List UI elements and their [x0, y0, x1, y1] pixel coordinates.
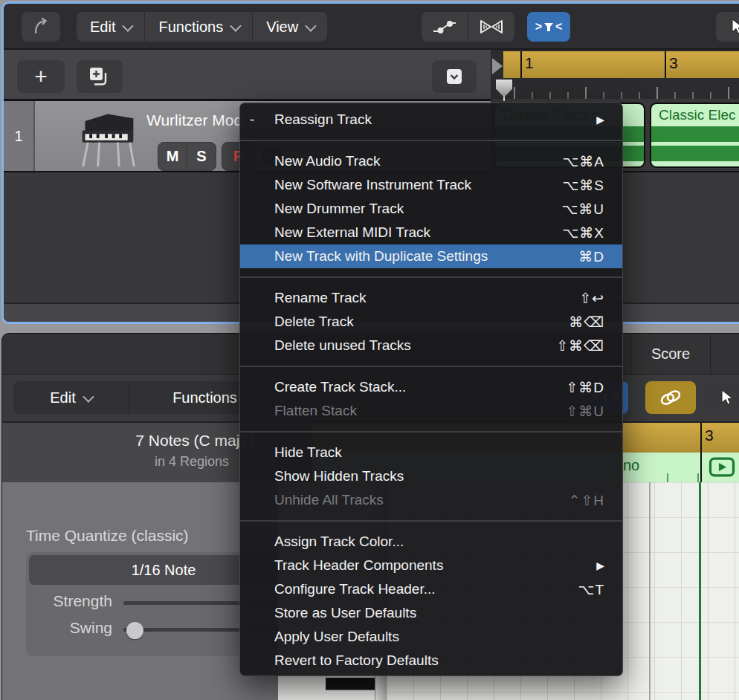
menu-item-assign-track-color[interactable]: Assign Track Color...: [240, 530, 622, 554]
menu-item-shortcut: ⇧↩: [579, 290, 604, 307]
menu-item-shortcut: ⌥T: [578, 581, 604, 598]
black-key[interactable]: [326, 678, 382, 690]
pointer-tool-button[interactable]: [716, 12, 739, 42]
chevron-down-icon: [123, 20, 135, 32]
duplicate-track-button[interactable]: [77, 60, 123, 93]
logic-pro-screen: Edit Functions View: [0, 0, 739, 700]
functions-menu-label: Functions: [158, 19, 223, 36]
region-play-icon[interactable]: [709, 457, 735, 477]
menu-separator: [240, 276, 622, 278]
flex-icon: [479, 19, 504, 35]
solo-button[interactable]: S: [187, 143, 216, 170]
tick-ruler: [503, 78, 739, 99]
track-header-config-button[interactable]: [432, 60, 477, 93]
edit-menu[interactable]: Edit: [77, 12, 145, 42]
menu-item-label: Assign Track Color...: [274, 534, 604, 550]
chevron-down-icon: [230, 20, 242, 32]
menu-item-label: Reassign Track: [274, 111, 587, 128]
swing-slider-handle[interactable]: [126, 622, 143, 639]
menu-item-shortcut: ⇧⌘D: [566, 379, 604, 396]
menu-item-shortcut: ⌥⌘U: [561, 201, 604, 218]
menu-item-store-as-user-defaults[interactable]: Store as User Defaults: [240, 601, 622, 625]
menu-item-label: Hide Track: [274, 444, 604, 461]
menu-item-delete-unused-tracks[interactable]: Delete unused Tracks⇧⌘⌫: [240, 334, 622, 357]
view-menu[interactable]: View: [253, 12, 327, 42]
menu-separator: [240, 366, 622, 367]
menu-item-create-track-stack[interactable]: Create Track Stack...⇧⌘D: [240, 375, 622, 399]
menu-item-track-header-components[interactable]: Track Header Components▶: [240, 554, 622, 577]
editor-edit-menu[interactable]: Edit: [13, 381, 129, 414]
menu-item-shortcut: ⌥⌘A: [562, 153, 604, 170]
menu-item-label: Rename Track: [274, 290, 579, 306]
bar-number: 3: [705, 427, 714, 444]
pointer-tool-icon: [720, 389, 735, 406]
menu-separator: [240, 520, 622, 522]
menu-item-show-hidden-tracks[interactable]: Show Hidden Tracks: [240, 464, 622, 488]
menu-item-shortcut: ⇧⌘U: [566, 403, 604, 420]
region-tick: [697, 473, 699, 482]
midi-region[interactable]: Classic Elec: [650, 103, 739, 168]
tracks-toolbar: Edit Functions View: [4, 4, 739, 50]
editor-edit-label: Edit: [50, 389, 75, 406]
menu-item-label: Create Track Stack...: [274, 379, 566, 395]
menu-item-rename-track[interactable]: Rename Track⇧↩: [240, 286, 622, 310]
duplicate-track-icon: [88, 66, 111, 87]
wurlitzer-instrument-image: [72, 107, 143, 168]
functions-menu[interactable]: Functions: [145, 12, 253, 42]
menu-item-label: Apply User Defaults: [274, 629, 604, 645]
track-name: Wurlitzer Mod: [146, 111, 242, 129]
automation-button[interactable]: [422, 12, 468, 42]
menu-item-flatten-stack: Flatten Stack⇧⌘U: [240, 399, 622, 423]
menu-item-hide-track[interactable]: Hide Track: [240, 441, 622, 464]
menu-item-revert-to-factory-defaults[interactable]: Revert to Factory Defaults: [240, 649, 622, 673]
menu-item-new-external-midi-track[interactable]: New External MIDI Track⌥⌘X: [240, 221, 622, 244]
tab-score[interactable]: Score: [630, 334, 711, 374]
menu-item-apply-user-defaults[interactable]: Apply User Defaults: [240, 625, 622, 649]
menu-item-label: Delete unused Tracks: [274, 337, 556, 354]
menu-item-reassign-track[interactable]: -Reassign Track▶: [240, 108, 622, 132]
global-tracks-disclosure-icon[interactable]: [492, 58, 503, 74]
menu-item-shortcut: ⇧⌘⌫: [556, 337, 604, 354]
menu-item-prefix: -: [250, 111, 274, 128]
menu-item-new-track-with-duplicate-settings[interactable]: New Track with Duplicate Settings⌘D: [240, 244, 622, 268]
key-separator: [326, 690, 375, 690]
menu-item-label: Configure Track Header...: [274, 581, 578, 597]
tool-icon-group: [422, 12, 514, 42]
timeline-ruler[interactable]: 1 3: [491, 50, 739, 99]
catch-playhead-button[interactable]: > <: [527, 12, 570, 42]
swing-label: Swing: [2, 619, 112, 637]
editor-pointer-tool-button[interactable]: [703, 381, 739, 414]
region-boundary: [700, 453, 702, 482]
menu-item-new-audio-track[interactable]: New Audio Track⌥⌘A: [240, 149, 622, 173]
pointer-tool-icon: [730, 19, 739, 35]
automation-icon: [433, 20, 456, 33]
menu-item-label: Revert to Factory Defaults: [274, 652, 604, 669]
back-button[interactable]: [22, 12, 60, 42]
menu-separator: [240, 140, 622, 141]
menu-item-label: Delete Track: [274, 314, 569, 330]
menu-item-new-software-instrument-track[interactable]: New Software Instrument Track⌥⌘S: [240, 173, 622, 197]
menu-item-shortcut: ⌘⌫: [569, 314, 604, 331]
link-button[interactable]: [645, 381, 696, 414]
track-number: 1: [4, 101, 35, 171]
bar-number: 1: [525, 54, 534, 72]
menu-item-shortcut: ⌥⌘X: [562, 224, 604, 242]
box-chevron-icon: [445, 68, 464, 85]
menu-item-label: New Software Instrument Track: [274, 177, 562, 193]
region-name: Classic Elec: [651, 104, 739, 126]
bar-ruler[interactable]: 1 3: [503, 51, 739, 79]
quantize-title: Time Quantize (classic): [26, 527, 189, 545]
menu-item-configure-track-header[interactable]: Configure Track Header...⌥T: [240, 577, 622, 601]
catch-playhead-icon: [543, 22, 554, 32]
chevron-down-icon: [305, 20, 317, 32]
mute-button[interactable]: M: [158, 143, 187, 170]
selection-detail: in 4 Regions: [2, 454, 229, 470]
menu-item-shortcut: ⌘D: [578, 248, 604, 265]
bar-number: 3: [669, 54, 678, 72]
menu-item-label: Unhide All Tracks: [274, 492, 568, 508]
flex-button[interactable]: [468, 12, 514, 42]
editor-functions-label: Functions: [172, 389, 237, 406]
menu-item-delete-track[interactable]: Delete Track⌘⌫: [240, 310, 622, 334]
menu-item-new-drummer-track[interactable]: New Drummer Track⌥⌘U: [240, 197, 622, 221]
add-track-button[interactable]: +: [17, 60, 65, 93]
